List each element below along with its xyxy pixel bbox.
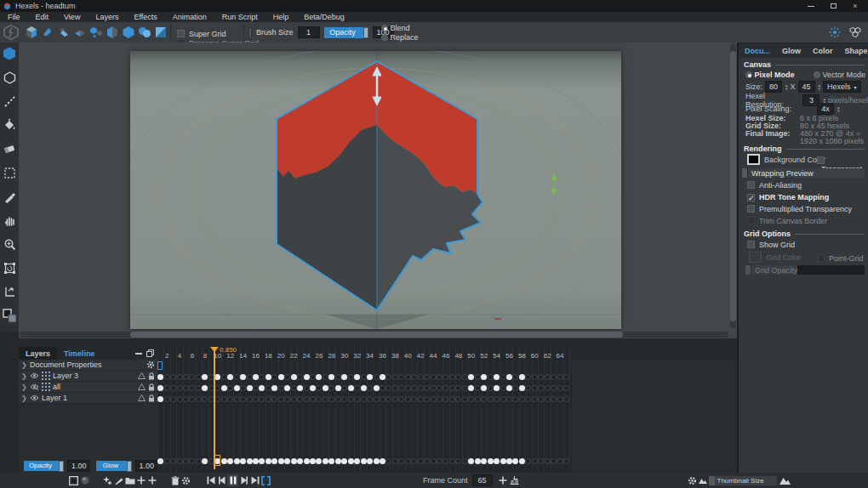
keyframe-10[interactable]: [214, 374, 220, 380]
keyframe-15[interactable]: [247, 385, 253, 391]
keyframe-12[interactable]: [227, 396, 233, 402]
summary-keyframe-52[interactable]: [481, 458, 487, 464]
alpha-lock-icon[interactable]: [138, 394, 146, 401]
keyframe-45[interactable]: [437, 396, 443, 402]
keyframe-32[interactable]: [354, 385, 360, 391]
maximize-button[interactable]: [827, 2, 839, 11]
keyframe-64[interactable]: [557, 396, 563, 402]
blend-radio[interactable]: Blend: [381, 24, 410, 32]
summary-keyframe-15[interactable]: [247, 458, 253, 464]
keyframe-57[interactable]: [512, 396, 518, 402]
keyframe-29[interactable]: [335, 385, 341, 391]
summary-keyframe-41[interactable]: [411, 458, 417, 464]
line-tool[interactable]: [2, 94, 17, 109]
keyframe-63[interactable]: [551, 374, 557, 380]
summary-keyframe-42[interactable]: [418, 458, 424, 464]
premultiplied-transparency-checkbox[interactable]: Premultiplied Transparency: [747, 205, 852, 213]
toolbar-grip[interactable]: [248, 27, 252, 38]
expand-chevron-icon[interactable]: ❯: [21, 394, 27, 402]
loop-playback-button[interactable]: [260, 474, 271, 486]
keyframe-34[interactable]: [367, 396, 373, 402]
keyframe-8[interactable]: [202, 385, 208, 391]
layer-glow-handle[interactable]: [127, 461, 132, 472]
row-layer-1[interactable]: ❯ Layer 1: [19, 393, 157, 404]
anti-aliasing-checkbox[interactable]: Anti-Aliasing: [747, 181, 802, 190]
size-height-stepper[interactable]: ▴▾: [819, 83, 821, 90]
keyframe-15[interactable]: [247, 374, 253, 380]
delete-layer-trash-icon[interactable]: [169, 474, 180, 486]
keyframe-2[interactable]: [164, 374, 170, 380]
keyframe-7[interactable]: [196, 385, 202, 391]
keyframe-62[interactable]: [545, 396, 551, 402]
keyframe-22[interactable]: [291, 374, 297, 380]
visibility-eye-icon[interactable]: [30, 394, 39, 401]
keyframe-33[interactable]: [361, 396, 367, 402]
insert-frames-icon[interactable]: [509, 474, 520, 486]
keyframe-45[interactable]: [437, 374, 443, 380]
keyframe-44[interactable]: [431, 385, 437, 391]
keyframe-62[interactable]: [545, 374, 551, 380]
row-layer-3[interactable]: ❯ Layer 3: [19, 371, 157, 382]
keyframe-48[interactable]: [455, 396, 461, 402]
layer-settings-gear-icon[interactable]: [180, 474, 191, 486]
keyframe-31[interactable]: [348, 396, 354, 402]
menu-layers[interactable]: Layers: [88, 13, 126, 21]
keyframe-5[interactable]: [183, 396, 189, 402]
keyframe-32[interactable]: [354, 396, 360, 402]
canvas[interactable]: [130, 51, 621, 329]
expand-chevron-icon[interactable]: ❯: [21, 383, 27, 391]
summary-keyframe-59[interactable]: [525, 458, 531, 464]
summary-keyframe-49[interactable]: [462, 458, 468, 464]
keyframe-38[interactable]: [392, 385, 398, 391]
frames-layer-1[interactable]: [157, 394, 572, 405]
summary-keyframe-61[interactable]: [538, 458, 544, 464]
tab-color[interactable]: Color: [807, 47, 839, 55]
keyframe-8[interactable]: [202, 374, 208, 380]
picker-tool[interactable]: [2, 189, 17, 204]
keyframe-36[interactable]: [380, 385, 385, 391]
grid-color-swatch[interactable]: [749, 252, 762, 263]
keyframe-56[interactable]: [506, 385, 512, 391]
timeline-popout-icon[interactable]: [146, 349, 154, 357]
keyframe-44[interactable]: [431, 374, 437, 380]
keyframe-12[interactable]: [227, 385, 233, 391]
keyframe-24[interactable]: [304, 385, 310, 391]
keyframe-31[interactable]: [348, 374, 354, 380]
summary-keyframe-2[interactable]: [164, 458, 170, 464]
keyframe-55[interactable]: [500, 374, 506, 380]
macro-hex-icon[interactable]: [3, 24, 20, 41]
keyframe-20[interactable]: [278, 374, 284, 380]
color-swatches[interactable]: [2, 308, 17, 323]
keyframe-12[interactable]: [227, 374, 233, 380]
keyframe-7[interactable]: [196, 374, 202, 380]
keyframe-35[interactable]: [374, 385, 380, 391]
keyframe-1[interactable]: [157, 396, 163, 402]
keyframe-41[interactable]: [411, 385, 417, 391]
keyframe-41[interactable]: [411, 374, 417, 380]
double-hex-brush[interactable]: [137, 25, 151, 39]
keyframe-7[interactable]: [196, 396, 202, 402]
keyframe-24[interactable]: [304, 374, 310, 380]
keyframe-36[interactable]: [380, 396, 385, 402]
vector-mode-radio[interactable]: Vector Mode: [814, 71, 865, 79]
keyframe-17[interactable]: [259, 396, 265, 402]
keyframe-58[interactable]: [519, 374, 525, 380]
summary-keyframe-1[interactable]: [157, 458, 163, 464]
keyframe-4[interactable]: [177, 385, 183, 391]
keyframe-10[interactable]: [214, 396, 220, 402]
trim-canvas-border-checkbox[interactable]: Trim Canvas Border: [747, 217, 827, 225]
keyframe-50[interactable]: [468, 396, 474, 402]
keyframe-43[interactable]: [424, 396, 430, 402]
step-forward-button[interactable]: [238, 474, 249, 486]
keyframe-26[interactable]: [316, 396, 322, 402]
keyframe-48[interactable]: [455, 385, 461, 391]
menu-help[interactable]: Help: [266, 13, 297, 21]
summary-keyframe-51[interactable]: [475, 458, 481, 464]
summary-keyframe-64[interactable]: [557, 458, 563, 464]
eraser-tool[interactable]: [2, 141, 17, 156]
keyframe-38[interactable]: [392, 396, 398, 402]
thumbnail-size-slider[interactable]: Thumbnail Size: [709, 476, 777, 485]
keyframe-60[interactable]: [532, 396, 538, 402]
keyframe-47[interactable]: [449, 396, 455, 402]
summary-keyframe-17[interactable]: [259, 458, 265, 464]
